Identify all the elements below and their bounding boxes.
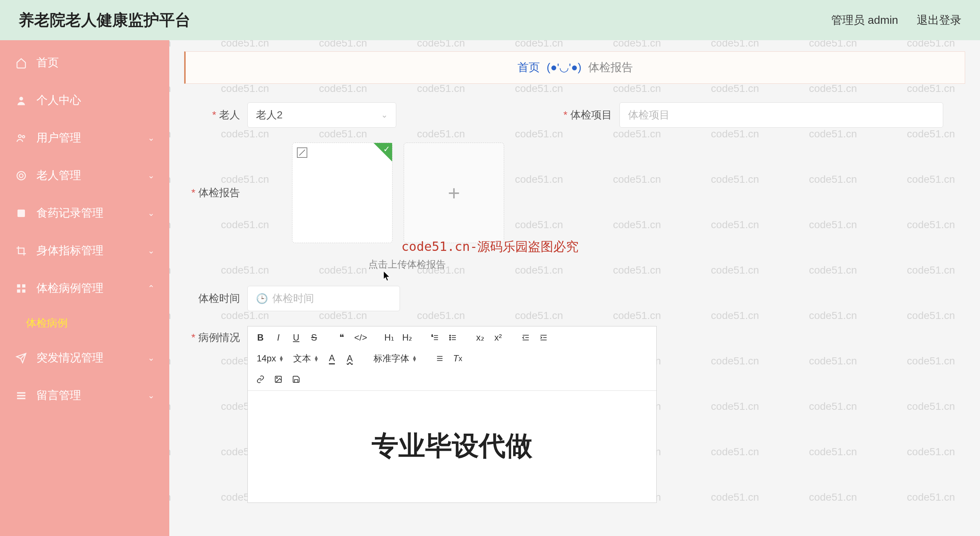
ordered-list-button[interactable]: 1 bbox=[428, 330, 442, 345]
unordered-list-button[interactable] bbox=[445, 330, 460, 345]
h2-button[interactable]: H₂ bbox=[400, 330, 415, 345]
chevron-down-icon: ⌄ bbox=[381, 110, 388, 120]
editor-toolbar: B I U S ❝ </> H₁ H₂ 1 bbox=[248, 327, 656, 391]
header-actions: 管理员 admin 退出登录 bbox=[831, 13, 961, 28]
breadcrumb-home[interactable]: 首页 bbox=[517, 61, 540, 73]
chevron-down-icon: ⌄ bbox=[148, 133, 154, 143]
sidebar-item-label: 首页 bbox=[37, 55, 59, 70]
underline-button[interactable]: U bbox=[289, 330, 304, 345]
svg-rect-5 bbox=[18, 209, 25, 217]
form-item-elder: 老人 老人2 ⌄ bbox=[184, 102, 396, 128]
sidebar-subitem-label: 体检病例 bbox=[26, 317, 68, 329]
send-icon bbox=[15, 352, 27, 364]
sidebar-item-profile[interactable]: 个人中心 bbox=[0, 81, 169, 119]
elder-label: 老人 bbox=[184, 108, 247, 122]
editor-content-heading: 专业毕设代做 bbox=[262, 428, 641, 464]
sidebar-item-label: 身体指标管理 bbox=[37, 243, 103, 258]
svg-rect-8 bbox=[17, 289, 21, 293]
sidebar-item-label: 用户管理 bbox=[37, 130, 81, 145]
italic-button[interactable]: I bbox=[271, 330, 286, 345]
image-button[interactable] bbox=[271, 372, 286, 387]
plus-icon: + bbox=[448, 181, 460, 205]
font-family-select[interactable]: 标准字体 ▴▾ bbox=[370, 353, 420, 364]
form-item-report: 体检报告 ✓ + bbox=[184, 142, 504, 243]
target-icon bbox=[15, 169, 27, 182]
elder-select[interactable]: 老人2 ⌄ bbox=[247, 102, 396, 128]
broken-image-icon bbox=[297, 147, 307, 158]
home-icon bbox=[15, 57, 27, 69]
text-type-select[interactable]: 文本 ▴▾ bbox=[290, 353, 321, 364]
project-label: 体检项目 bbox=[556, 108, 619, 122]
indent-decrease-button[interactable] bbox=[518, 330, 533, 345]
sidebar-item-elder-mgmt[interactable]: 老人管理 ⌄ bbox=[0, 157, 169, 194]
time-label: 体检时间 bbox=[184, 292, 247, 306]
svg-rect-9 bbox=[22, 289, 25, 293]
indent-increase-button[interactable] bbox=[536, 330, 551, 345]
svg-point-20 bbox=[449, 335, 450, 336]
svg-point-22 bbox=[449, 339, 450, 340]
sidebar-item-exam-cases[interactable]: 体检病例管理 ⌃ bbox=[0, 270, 169, 307]
sidebar-subitem-exam-case[interactable]: 体检病例 bbox=[0, 307, 169, 339]
save-button[interactable] bbox=[289, 372, 304, 387]
form-item-time: 体检时间 🕒 bbox=[184, 286, 400, 311]
sidebar-item-food-med[interactable]: 食药记录管理 ⌄ bbox=[0, 194, 169, 232]
case-label: 病例情况 bbox=[184, 326, 247, 345]
svg-point-0 bbox=[19, 97, 23, 100]
svg-text:1: 1 bbox=[431, 334, 433, 337]
sidebar-item-label: 老人管理 bbox=[37, 168, 81, 183]
time-input-field[interactable] bbox=[272, 293, 391, 305]
chevron-down-icon: ⌄ bbox=[148, 209, 154, 218]
project-input-field[interactable] bbox=[628, 109, 935, 121]
quote-button[interactable]: ❝ bbox=[334, 330, 349, 345]
chevron-down-icon: ⌄ bbox=[148, 246, 154, 256]
menu-icon bbox=[15, 389, 27, 402]
svg-point-3 bbox=[17, 171, 25, 180]
svg-point-1 bbox=[19, 135, 22, 138]
rich-text-editor: B I U S ❝ </> H₁ H₂ 1 bbox=[247, 326, 657, 503]
sidebar-item-emergency[interactable]: 突发情况管理 ⌄ bbox=[0, 339, 169, 377]
link-button[interactable] bbox=[253, 372, 268, 387]
editor-body[interactable]: 专业毕设代做 bbox=[248, 391, 656, 502]
upload-hint: 点击上传体检报告 bbox=[368, 258, 965, 271]
sidebar-item-messages[interactable]: 留言管理 ⌄ bbox=[0, 377, 169, 414]
sidebar-item-home[interactable]: 首页 bbox=[0, 44, 169, 81]
app-header: 养老院老人健康监护平台 管理员 admin 退出登录 bbox=[0, 0, 980, 40]
font-size-select[interactable]: 14px ▴▾ bbox=[253, 353, 286, 364]
bold-button[interactable]: B bbox=[253, 330, 268, 345]
user-icon bbox=[15, 94, 27, 107]
strike-button[interactable]: S bbox=[307, 330, 321, 345]
project-input[interactable] bbox=[619, 102, 943, 128]
svg-rect-6 bbox=[17, 284, 21, 287]
main-content: 首页 (●'◡'●) 体检报告 老人 老人2 ⌄ 体检项目 体检报告 bbox=[169, 40, 980, 536]
svg-point-21 bbox=[449, 337, 450, 338]
font-color-button[interactable]: A bbox=[325, 351, 339, 366]
superscript-button[interactable]: x² bbox=[491, 330, 506, 345]
h1-button[interactable]: H₁ bbox=[382, 330, 397, 345]
subscript-button[interactable]: x₂ bbox=[473, 330, 488, 345]
highlight-button[interactable]: A bbox=[342, 351, 357, 366]
current-user-label[interactable]: 管理员 admin bbox=[831, 13, 898, 28]
svg-point-2 bbox=[22, 136, 25, 138]
logout-link[interactable]: 退出登录 bbox=[917, 13, 961, 28]
sidebar-item-label: 留言管理 bbox=[37, 388, 81, 403]
upload-add-card[interactable]: + bbox=[404, 142, 504, 243]
chevron-down-icon: ⌄ bbox=[148, 171, 154, 180]
sidebar-item-body-metrics[interactable]: 身体指标管理 ⌄ bbox=[0, 232, 169, 270]
svg-point-33 bbox=[277, 377, 278, 378]
clear-format-button[interactable]: Tx bbox=[450, 351, 465, 366]
elder-select-value: 老人2 bbox=[256, 108, 283, 122]
time-input[interactable]: 🕒 bbox=[247, 286, 400, 311]
sidebar-item-user-mgmt[interactable]: 用户管理 ⌄ bbox=[0, 119, 169, 157]
code-button[interactable]: </> bbox=[352, 330, 369, 345]
svg-rect-7 bbox=[22, 284, 25, 287]
uploaded-image-card[interactable]: ✓ bbox=[292, 142, 393, 243]
align-button[interactable] bbox=[432, 351, 447, 366]
clock-icon: 🕒 bbox=[256, 293, 268, 305]
sidebar-item-label: 个人中心 bbox=[37, 93, 81, 108]
sidebar: 首页 个人中心 用户管理 ⌄ 老人管理 ⌄ 食药记录管理 bbox=[0, 40, 169, 536]
check-icon: ✓ bbox=[383, 144, 390, 154]
chevron-down-icon: ⌄ bbox=[148, 391, 154, 400]
form-item-project: 体检项目 bbox=[556, 102, 943, 128]
app-title: 养老院老人健康监护平台 bbox=[19, 10, 191, 30]
chevron-down-icon: ⌄ bbox=[148, 353, 154, 363]
